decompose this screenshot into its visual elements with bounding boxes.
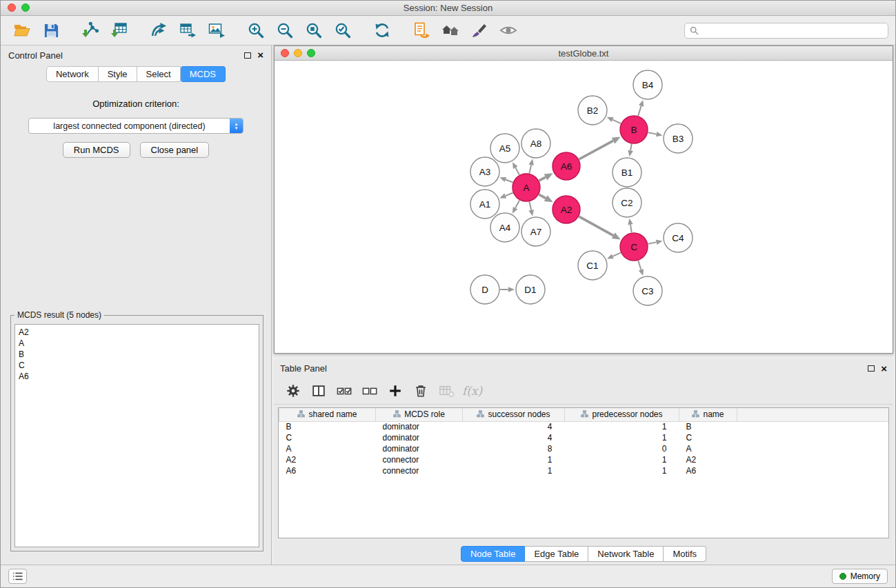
table-cell[interactable]: 1 <box>565 432 679 443</box>
graph-edge-A-A5[interactable] <box>515 168 519 174</box>
table-cell[interactable]: dominator <box>376 432 463 443</box>
table-row[interactable]: Bdominator41B <box>279 421 889 432</box>
table-cell[interactable]: A2 <box>679 454 737 465</box>
graph-edge-A-A4[interactable] <box>515 201 519 208</box>
graph-edge-A2-C[interactable] <box>579 216 613 235</box>
table-cell[interactable]: A <box>679 443 737 454</box>
run-mcds-button[interactable]: Run MCDS <box>63 142 130 158</box>
import-table-button[interactable] <box>105 18 134 43</box>
graph-edge-A-A2[interactable] <box>539 194 546 198</box>
graph-edge-B-B2[interactable] <box>613 120 621 124</box>
zoom-out-button[interactable] <box>270 18 299 43</box>
network-close-button[interactable] <box>281 49 289 57</box>
home-button[interactable] <box>436 18 465 43</box>
column-header-shared-name[interactable]: shared name <box>279 408 376 421</box>
clone-network-button[interactable] <box>144 18 173 43</box>
select-all-button[interactable] <box>335 381 354 401</box>
tab-node-table[interactable]: Node Table <box>461 546 526 562</box>
table-cell[interactable]: 1 <box>463 454 565 465</box>
table-cell[interactable]: 4 <box>463 421 565 432</box>
mcds-result-item[interactable]: B <box>19 349 255 360</box>
graph-edge-C-C3[interactable] <box>638 261 641 270</box>
network-zoom-button[interactable] <box>307 49 315 57</box>
table-cell[interactable]: 1 <box>565 421 679 432</box>
table-row[interactable]: A6connector11A6 <box>279 465 889 476</box>
task-history-button[interactable] <box>8 569 27 584</box>
column-header-mcds-role[interactable]: MCDS role <box>376 408 463 421</box>
table-cell[interactable]: 4 <box>463 432 565 443</box>
table-cell[interactable]: A2 <box>279 454 376 465</box>
graph-edge-C-C4[interactable] <box>648 242 657 243</box>
tab-mcds[interactable]: MCDS <box>181 66 226 82</box>
float-panel-icon[interactable] <box>244 52 251 59</box>
export-table-button[interactable] <box>173 18 202 43</box>
table-cell[interactable]: 1 <box>463 465 565 476</box>
table-cell[interactable]: dominator <box>376 421 463 432</box>
table-row[interactable]: Adominator80A <box>279 443 889 454</box>
table-cell[interactable]: B <box>679 421 737 432</box>
table-cell[interactable]: A <box>279 443 376 454</box>
import-network-button[interactable] <box>76 18 105 43</box>
delete-table-button[interactable] <box>437 381 456 401</box>
add-row-button[interactable] <box>386 381 405 401</box>
table-row[interactable]: A2connector11A2 <box>279 454 889 465</box>
open-session-button[interactable] <box>8 18 37 43</box>
refresh-view-button[interactable] <box>368 18 397 43</box>
table-cell[interactable]: B <box>279 421 376 432</box>
show-hide-button[interactable] <box>494 18 523 43</box>
search-input[interactable] <box>702 26 883 35</box>
column-header-predecessor-nodes[interactable]: predecessor nodes <box>565 408 679 421</box>
table-cell[interactable]: 8 <box>463 443 565 454</box>
table-cell[interactable]: connector <box>376 465 463 476</box>
graph-edge-B-B3[interactable] <box>648 132 657 134</box>
graph-edge-B-B4[interactable] <box>638 106 641 116</box>
memory-button[interactable]: Memory <box>832 569 888 584</box>
tab-motifs[interactable]: Motifs <box>664 546 706 562</box>
close-table-panel-icon[interactable]: × <box>881 365 887 372</box>
deselect-all-button[interactable] <box>360 381 379 401</box>
tab-select[interactable]: Select <box>137 66 181 82</box>
table-cell[interactable]: C <box>279 432 376 443</box>
table-cell[interactable]: connector <box>376 454 463 465</box>
mcds-result-item[interactable]: A6 <box>19 371 255 382</box>
zoom-in-button[interactable] <box>241 18 270 43</box>
function-builder-button[interactable]: f(x) <box>462 381 482 401</box>
graph-edge-A-A6[interactable] <box>539 177 546 181</box>
network-graph[interactable]: B4B2BB3A5A8A6B1A3AC2A1A2A4A7C4CC1C3DD1 <box>275 61 893 353</box>
paintbrush-button[interactable] <box>465 18 494 43</box>
table-cell[interactable]: dominator <box>376 443 463 454</box>
graph-edge-A6-B[interactable] <box>579 141 613 159</box>
mcds-result-item[interactable]: C <box>19 360 255 371</box>
mcds-result-list[interactable]: A2ABCA6 <box>14 324 259 547</box>
close-panel-icon[interactable]: × <box>257 52 263 59</box>
table-cell[interactable]: A6 <box>279 465 376 476</box>
graph-edge-B-B1[interactable] <box>630 144 632 151</box>
criterion-dropdown[interactable]: largest connected component (directed) ▴… <box>28 118 243 134</box>
table-settings-button[interactable] <box>283 381 303 401</box>
save-session-button[interactable] <box>37 18 66 43</box>
float-table-panel-icon[interactable] <box>868 365 875 372</box>
export-image-button[interactable] <box>202 18 231 43</box>
table-row[interactable]: Cdominator41C <box>279 432 889 443</box>
column-header-successor-nodes[interactable]: successor nodes <box>463 408 565 421</box>
table-cell[interactable]: C <box>679 432 737 443</box>
column-header-name[interactable]: name <box>679 408 737 421</box>
delete-row-button[interactable] <box>411 381 430 401</box>
zoom-window-button[interactable] <box>21 3 30 12</box>
graph-edge-A-A1[interactable] <box>506 193 513 196</box>
table-cell[interactable]: 1 <box>565 454 679 465</box>
tab-style[interactable]: Style <box>99 66 137 82</box>
new-network-from-selection-button[interactable] <box>407 18 436 43</box>
zoom-selected-button[interactable] <box>328 18 357 43</box>
graph-edge-C-C2[interactable] <box>630 225 632 233</box>
graph-edge-A-A8[interactable] <box>529 165 531 173</box>
graph-edge-A-A3[interactable] <box>506 179 513 182</box>
graph-edge-C-C1[interactable] <box>613 253 621 256</box>
network-canvas[interactable]: B4B2BB3A5A8A6B1A3AC2A1A2A4A7C4CC1C3DD1 <box>275 61 893 353</box>
table-cell[interactable]: 1 <box>565 465 679 476</box>
tab-edge-table[interactable]: Edge Table <box>525 546 588 562</box>
table-cell[interactable]: A6 <box>679 465 737 476</box>
close-panel-button[interactable]: Close panel <box>140 142 210 158</box>
mcds-result-item[interactable]: A2 <box>19 327 255 338</box>
mcds-result-item[interactable]: A <box>19 338 255 349</box>
